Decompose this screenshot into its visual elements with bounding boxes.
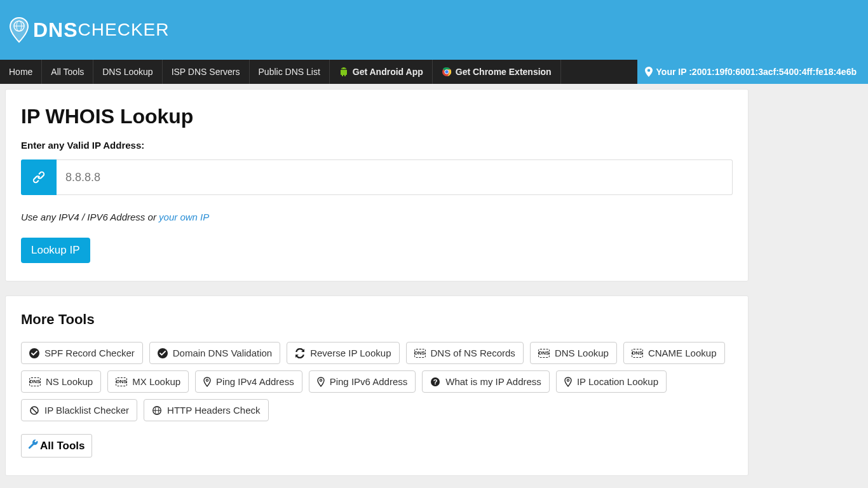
tool-label: CNAME Lookup — [648, 348, 717, 358]
globe-icon — [152, 405, 162, 416]
dns-icon: DNS — [632, 349, 643, 358]
your-ip-label: Your IP : — [656, 67, 692, 77]
tool-label: DNS of NS Records — [431, 348, 515, 358]
pin-icon — [203, 377, 211, 387]
nav-label: All Tools — [51, 67, 84, 77]
pin-icon — [317, 377, 325, 387]
nav-isp-dns[interactable]: ISP DNS Servers — [163, 60, 250, 84]
tool-pill[interactable]: DNSNS Lookup — [21, 370, 101, 393]
tool-pill[interactable]: Domain DNS Validation — [149, 342, 280, 364]
tool-label: Ping IPv4 Address — [216, 376, 294, 387]
nav-android-app[interactable]: Get Android App — [330, 60, 433, 84]
tool-pill[interactable]: DNSMX Lookup — [107, 370, 189, 393]
lookup-ip-button[interactable]: Lookup IP — [21, 238, 90, 263]
tool-label: MX Lookup — [132, 376, 180, 387]
chrome-icon — [442, 67, 452, 77]
tool-pill[interactable]: Ping IPv6 Address — [309, 370, 416, 393]
svg-line-15 — [32, 407, 37, 412]
tool-pill[interactable]: IP Blacklist Checker — [21, 399, 137, 421]
ip-input[interactable] — [57, 159, 733, 195]
check-icon — [158, 348, 168, 358]
dns-icon: DNS — [116, 377, 127, 386]
brand-text-checker: CHECKER — [78, 20, 170, 40]
tool-label: IP Location Lookup — [577, 376, 658, 387]
tool-pill[interactable]: SPF Record Checker — [21, 342, 143, 364]
main-nav: Home All Tools DNS Lookup ISP DNS Server… — [0, 60, 868, 84]
nav-label: ISP DNS Servers — [172, 67, 240, 77]
dns-icon: DNS — [414, 349, 426, 358]
dns-icon: DNS — [29, 377, 41, 386]
your-ip-value: 2001:19f0:6001:3acf:5400:4ff:fe18:4e6b — [692, 67, 857, 77]
tool-pill[interactable]: ?What is my IP Address — [422, 370, 550, 393]
dns-icon: DNS — [538, 349, 550, 358]
nav-home[interactable]: Home — [0, 60, 42, 84]
brand-text-dns: DNS — [33, 18, 78, 42]
your-own-ip-link[interactable]: your own IP — [159, 212, 209, 222]
tool-label: IP Blacklist Checker — [44, 405, 129, 416]
link-icon — [21, 159, 57, 195]
main-content: IP WHOIS Lookup Enter any Valid IP Addre… — [0, 84, 754, 488]
nav-label: Get Android App — [353, 67, 423, 77]
all-tools-button[interactable]: All Tools — [21, 434, 92, 458]
tool-label: SPF Record Checker — [44, 348, 135, 358]
lookup-card: IP WHOIS Lookup Enter any Valid IP Addre… — [5, 89, 749, 281]
globe-pin-icon — [8, 17, 31, 43]
question-icon: ? — [430, 377, 440, 387]
refresh-icon — [295, 348, 305, 358]
check-icon — [29, 348, 39, 358]
nav-chrome-ext[interactable]: Get Chrome Extension — [433, 60, 561, 84]
nav-label: Public DNS List — [259, 67, 320, 77]
tool-pill[interactable]: Ping IPv4 Address — [195, 370, 302, 393]
svg-text:?: ? — [433, 378, 438, 386]
ip-field-label: Enter any Valid IP Address: — [21, 140, 733, 151]
tool-label: NS Lookup — [46, 376, 93, 387]
nav-dns-lookup[interactable]: DNS Lookup — [93, 60, 162, 84]
pin-icon — [564, 377, 572, 387]
tool-label: DNS Lookup — [555, 348, 609, 358]
tool-label: Reverse IP Lookup — [310, 348, 391, 358]
nav-label: Home — [9, 67, 32, 77]
tools-grid: SPF Record CheckerDomain DNS ValidationR… — [21, 342, 733, 421]
wrench-icon — [28, 439, 38, 452]
nav-label: Get Chrome Extension — [456, 67, 552, 77]
tool-pill[interactable]: DNSCNAME Lookup — [623, 342, 725, 364]
tool-label: Ping IPv6 Address — [330, 376, 408, 387]
hint-text: Use any IPV4 / IPV6 Address or your own … — [21, 212, 733, 222]
ip-input-row — [21, 159, 733, 195]
tool-label: Domain DNS Validation — [173, 348, 272, 358]
tool-label: What is my IP Address — [445, 376, 541, 387]
tool-pill[interactable]: HTTP Headers Check — [144, 399, 268, 421]
tool-pill[interactable]: DNSDNS of NS Records — [406, 342, 524, 364]
nav-public-dns[interactable]: Public DNS List — [250, 60, 330, 84]
android-icon — [339, 67, 349, 77]
location-pin-icon — [645, 67, 653, 77]
page-title: IP WHOIS Lookup — [21, 105, 733, 128]
block-icon — [29, 405, 39, 416]
nav-all-tools[interactable]: All Tools — [42, 60, 93, 84]
svg-point-4 — [344, 68, 345, 69]
nav-label: DNS Lookup — [102, 67, 153, 77]
tool-pill[interactable]: DNSDNS Lookup — [530, 342, 617, 364]
header-banner: DNS CHECKER — [0, 0, 868, 60]
tool-label: HTTP Headers Check — [167, 405, 260, 416]
nav-spacer — [561, 60, 637, 84]
hint-prefix: Use any IPV4 / IPV6 Address or — [21, 212, 159, 222]
svg-point-13 — [567, 379, 569, 381]
tool-pill[interactable]: IP Location Lookup — [556, 370, 667, 393]
svg-point-7 — [445, 71, 448, 74]
nav-your-ip[interactable]: Your IP : 2001:19f0:6001:3acf:5400:4ff:f… — [637, 60, 868, 84]
svg-point-9 — [207, 379, 208, 381]
all-tools-label: All Tools — [40, 440, 85, 452]
svg-point-3 — [342, 68, 342, 69]
more-tools-title: More Tools — [21, 311, 733, 328]
more-tools-card: More Tools SPF Record CheckerDomain DNS … — [5, 295, 749, 476]
tool-pill[interactable]: Reverse IP Lookup — [287, 342, 399, 364]
brand-logo[interactable]: DNS CHECKER — [8, 17, 169, 43]
svg-point-10 — [320, 379, 322, 381]
